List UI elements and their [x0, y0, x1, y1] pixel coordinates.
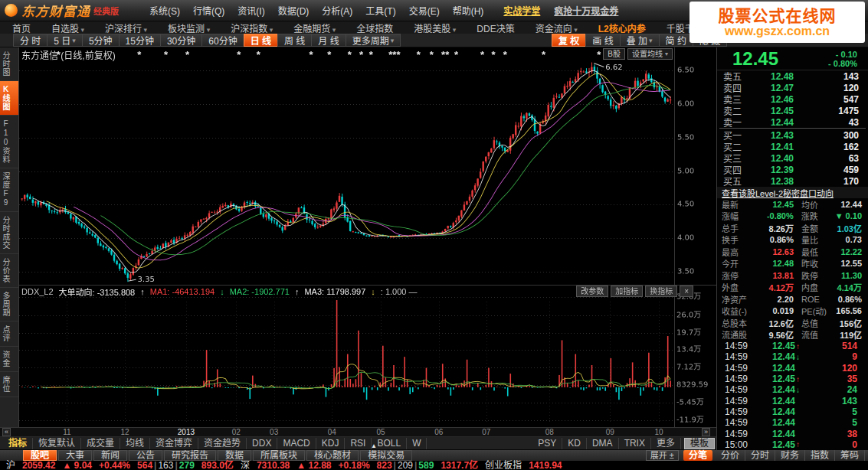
indicator-tab[interactable]: KD	[562, 438, 587, 449]
period-button[interactable]: 5分钟	[82, 34, 120, 47]
info-tab[interactable]: 数据	[218, 450, 251, 461]
scroll-left-button[interactable]: «	[2, 428, 11, 436]
sidebar-item[interactable]: 席位	[0, 372, 18, 397]
tick-tab[interactable]: 筹码	[835, 450, 865, 461]
tick-tab[interactable]: 分时	[745, 450, 775, 461]
indicator-tab[interactable]: DMA	[587, 438, 619, 449]
nav-item[interactable]: 自选股 ▾	[51, 21, 84, 34]
indicator-tab[interactable]: 资金博弈	[150, 438, 198, 449]
info-tab[interactable]: 研究报告	[164, 450, 216, 461]
level2-link[interactable]: 查看该股Level-2秘密盘口动向	[717, 187, 868, 198]
ddx-button[interactable]: 换指标	[645, 286, 677, 297]
sidebar-item[interactable]: 分时成交	[0, 212, 18, 254]
menu-item[interactable]: 帮助(H)	[453, 4, 484, 17]
period-button[interactable]: 分 时	[13, 34, 47, 47]
info-tab[interactable]: 核心题材	[306, 450, 359, 461]
indicator-tab[interactable]: 指标	[3, 438, 33, 449]
sidebar-item[interactable]: 点评	[0, 321, 18, 347]
ddx-button[interactable]: 改参数	[576, 286, 608, 297]
sidebar-item[interactable]: K线图	[0, 81, 18, 116]
set-ma-button[interactable]: 设置均线▾	[627, 48, 673, 60]
stat-label: 最新	[717, 198, 754, 211]
nav-item[interactable]: 金融期货 ▾	[293, 21, 336, 34]
nav-item[interactable]: DDE决策	[477, 21, 514, 34]
info-tab[interactable]: 所属板块	[253, 450, 305, 461]
scroll-right-button[interactable]: »	[702, 428, 710, 436]
status-segment: |	[394, 461, 396, 470]
bid-volume: 63	[794, 153, 868, 164]
period-button[interactable]: 周 线	[277, 34, 312, 47]
chart-tool-button[interactable]: 画 线	[585, 34, 620, 47]
menu-item[interactable]: 工具(T)	[365, 4, 395, 17]
info-tab[interactable]: 新闻	[93, 450, 127, 461]
promo-link[interactable]: 疯抢十万现金券	[554, 4, 618, 17]
sidebar-item[interactable]: 深度F9	[0, 168, 18, 212]
period-button[interactable]: 更多周期▾	[346, 34, 401, 47]
indicator-tab[interactable]: PSY	[532, 438, 562, 449]
menu-item[interactable]: 数据(D)	[278, 4, 310, 17]
indicator-tab[interactable]: 均线	[120, 438, 150, 449]
nav-item[interactable]: 首页	[12, 21, 31, 34]
chart-tool-button[interactable]: 简 约	[659, 34, 693, 47]
indicator-tab[interactable]: DDX	[247, 438, 277, 449]
info-tab[interactable]: 股吧	[23, 450, 57, 461]
period-button[interactable]: 日 线	[244, 34, 278, 47]
period-button[interactable]: 5 日▾	[47, 34, 83, 47]
stat-value: 165.56	[835, 306, 868, 315]
xaxis-row: « » 11122013020304050607080910	[0, 427, 716, 437]
indicator-tab[interactable]: TRIX	[619, 438, 651, 449]
sidebar-item[interactable]: F10资料	[0, 116, 18, 168]
indicator-tab[interactable]: W	[407, 438, 427, 449]
promo-links: 实战学堂疯抢十万现金券	[503, 4, 618, 17]
nav-item[interactable]: 港股美股 ▾	[414, 21, 456, 34]
nav-item[interactable]: 资金流向 ▾	[536, 21, 578, 34]
indicator-tab[interactable]: 更多	[651, 438, 681, 449]
sidebar-item[interactable]: 多周期	[0, 288, 18, 321]
info-tab[interactable]: 模拟交易	[360, 450, 412, 461]
nav-item[interactable]: L2核心内参	[598, 21, 646, 34]
indicator-tab[interactable]: BOLL	[372, 438, 407, 449]
b-share-button[interactable]: B股	[603, 48, 625, 60]
period-button[interactable]: 15分钟	[119, 34, 161, 47]
arrow-up-icon: ↑	[795, 375, 804, 384]
nav-item[interactable]: 全球指数	[356, 21, 393, 34]
period-button[interactable]: 月 线	[311, 34, 346, 47]
chart-tool-button[interactable]: 叠 加▾	[620, 34, 660, 47]
stat-value: 156亿	[835, 317, 868, 329]
sidebar-item[interactable]: 分时图	[0, 47, 18, 81]
menu-item[interactable]: 交易(E)	[409, 4, 440, 17]
scroll-up-icon[interactable]: ▲	[371, 442, 377, 449]
nav-item[interactable]: 沪深排行 ▾	[105, 21, 147, 34]
info-tab[interactable]: 大事	[58, 450, 92, 461]
menu-item[interactable]: 资讯(I)	[237, 4, 264, 17]
indicator-tab[interactable]: 模板	[684, 438, 715, 449]
tick-tab[interactable]: 分价	[716, 450, 745, 461]
tick-tab[interactable]: 财务	[775, 450, 805, 461]
menu-item[interactable]: 系统(S)	[149, 4, 180, 17]
sidebar-item[interactable]: 资金	[0, 347, 18, 372]
menu-item[interactable]: 分析(A)	[322, 4, 352, 17]
stat-value: 0.86%	[835, 295, 868, 304]
expand-button[interactable]: 展开 ±	[646, 450, 679, 461]
period-button[interactable]: 60分钟	[201, 34, 244, 47]
info-tab[interactable]: 公告	[129, 450, 162, 461]
indicator-tab[interactable]: RSI	[345, 438, 372, 449]
tick-tab[interactable]: 分笔	[683, 450, 712, 461]
close-indicator-button[interactable]: ×	[680, 286, 693, 297]
indicator-tab[interactable]: 资金趋势	[198, 438, 247, 449]
chart-tool-button[interactable]: 复 权	[552, 34, 586, 47]
tick-tab[interactable]: 指数	[805, 450, 835, 461]
ddx-button[interactable]: 加指标	[611, 286, 643, 297]
training-link[interactable]: 实战学堂	[503, 4, 540, 17]
sidebar-item[interactable]: 分价表	[0, 254, 18, 288]
nav-item[interactable]: 沪深指数 ▾	[231, 21, 273, 34]
menu-item[interactable]: 行情(Q)	[193, 4, 224, 17]
nav-item[interactable]: 板块监测 ▾	[168, 21, 210, 34]
kline-canvas[interactable]	[19, 47, 716, 427]
indicator-tab[interactable]: 成交量	[81, 438, 120, 449]
period-button[interactable]: 30分钟	[160, 34, 202, 47]
bid-volume: 300	[794, 130, 868, 141]
indicator-tab[interactable]: 恢复默认	[33, 438, 81, 449]
indicator-tab[interactable]: KDJ	[316, 438, 346, 449]
indicator-tab[interactable]: MACD	[277, 438, 316, 449]
